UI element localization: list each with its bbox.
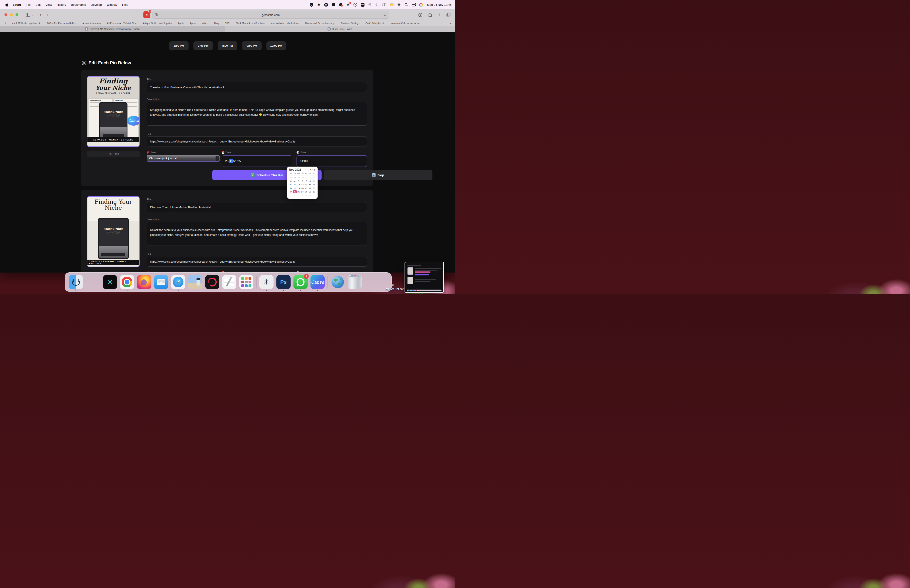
bookmark-item[interactable]: Apple (178, 22, 184, 24)
calendar-next-icon[interactable]: ▶ (315, 169, 316, 171)
calendar-day[interactable]: 19 (297, 187, 301, 190)
menu-view[interactable]: View (43, 3, 55, 6)
calendar-day[interactable]: 17 (289, 187, 293, 190)
tidal-icon[interactable]: ❖8 (346, 3, 350, 7)
calendar-day[interactable]: 21 (304, 187, 308, 190)
date-input[interactable]: 25/11/2025 (222, 155, 292, 167)
calendar-day-muted[interactable]: 30 (301, 176, 304, 179)
calendar-day[interactable]: 3 (289, 179, 293, 183)
dock-icon-trash[interactable] (348, 275, 362, 289)
calendar-day[interactable]: 15 (308, 183, 312, 186)
dock-icon-globe[interactable] (331, 275, 345, 289)
calendar-day[interactable]: 14 (304, 183, 308, 186)
keys-icon[interactable] (331, 3, 336, 7)
menu-clock[interactable]: Mon 24 Nov 18:45 (427, 3, 451, 6)
title-input[interactable]: Transform Your Business Vision with This… (147, 82, 367, 92)
menu-edit[interactable]: Edit (33, 3, 43, 6)
calendar-day-muted[interactable]: 29 (297, 176, 301, 179)
bookmark-item[interactable]: Account summary (82, 22, 101, 24)
dock-icon-photoshop[interactable]: Ps (276, 275, 291, 289)
bookmark-item[interactable]: Black Mirror A...e - Furniture (236, 22, 265, 24)
calendar-day[interactable]: 18 (293, 187, 297, 190)
sidebar-toggle-icon[interactable] (26, 13, 30, 16)
downloads-icon[interactable] (418, 13, 422, 17)
pixelmator-icon[interactable]: Px (360, 3, 365, 7)
bookmark-item[interactable]: Blouse and Dr... online shop. (305, 22, 335, 24)
calendar-day[interactable]: 30 (312, 190, 316, 193)
title-input[interactable]: Discover Your Unique Market Position Ins… (147, 202, 367, 212)
bookmark-item[interactable]: - K & M Whole...uppliers Ltd (12, 22, 41, 24)
menu-develop[interactable]: Develop (88, 3, 104, 6)
minimize-window-button[interactable] (10, 13, 13, 16)
time-slot-button[interactable]: 10:00 PM (267, 41, 286, 50)
menu-file[interactable]: File (23, 3, 33, 6)
calendar-day-muted[interactable]: 27 (289, 176, 293, 179)
calendar-day[interactable]: 12 (297, 183, 301, 186)
pin2-thumbnail[interactable]: Finding Your Niche FINDING YOUR Niche 13… (87, 196, 140, 267)
calendar-day[interactable]: 13 (301, 183, 304, 186)
time-slot-button[interactable]: 9:00 PM (242, 41, 262, 50)
extension-icon[interactable]: e 1 (144, 11, 150, 18)
share-icon[interactable] (428, 13, 432, 17)
dock-icon-safari[interactable] (171, 275, 185, 289)
dock-icon-textedit[interactable] (222, 275, 236, 289)
calendar-day[interactable]: 16 (312, 183, 316, 186)
calendar-day[interactable]: 5 (297, 179, 301, 183)
play-icon[interactable] (353, 3, 357, 7)
dock-icon-mail[interactable] (154, 275, 168, 289)
calendar-day-muted[interactable]: 2 (293, 194, 297, 197)
reader-view-icon[interactable] (155, 13, 158, 16)
calendar-day[interactable]: 10 (289, 183, 293, 186)
calendar-day[interactable]: 26 (297, 190, 301, 193)
time-input[interactable]: 14:00 (297, 155, 367, 167)
calendar-day[interactable]: 23 (312, 187, 316, 190)
calendar-day[interactable]: 28 (304, 190, 308, 193)
calendar-day-selected[interactable]: 25 (293, 190, 297, 193)
favorites-grid-icon[interactable] (3, 22, 6, 24)
bookmarks-overflow-chevron[interactable]: » (450, 22, 451, 25)
battery-icon[interactable] (390, 3, 394, 7)
reload-icon[interactable] (383, 13, 386, 16)
bookmark-item[interactable]: Business Settings (341, 22, 359, 24)
address-bar[interactable]: getpostia.com (152, 11, 389, 19)
bookmark-item[interactable]: Your Website ...site Insiders (271, 22, 299, 24)
pin1-thumbnail[interactable]: Finding Your Niche CANVA TEMPLATE - 13 P… (87, 76, 140, 147)
time-slot-button[interactable]: 8:00 PM (218, 41, 237, 50)
calendar-day[interactable]: 8 (308, 179, 312, 183)
skip-button[interactable]: » Skip (324, 170, 432, 180)
tab-overview-icon[interactable] (446, 13, 451, 17)
bookmark-item[interactable]: Antique Gold ...sale Supplier (142, 22, 172, 24)
calendar-day[interactable]: 2 (312, 176, 316, 179)
calendar-day[interactable]: 1 (308, 176, 312, 179)
apple-menu[interactable] (3, 3, 10, 6)
calendar-day-muted[interactable]: 7 (312, 194, 316, 197)
link-input[interactable]: https://www.etsy.com/shop/myyviralvault/… (147, 257, 367, 267)
m-logo-icon[interactable]: M (324, 3, 328, 7)
display-icon[interactable] (382, 3, 386, 7)
menu-help[interactable]: Help (120, 3, 131, 6)
calendar-day-muted[interactable]: 1 (289, 194, 293, 197)
desktop-file-label[interactable]: 2025-01...21.36.14 (386, 288, 406, 291)
dock-icon-chatgpt[interactable]: ✳ (259, 275, 273, 289)
description-textarea[interactable]: Struggling to find your niche? The Entre… (147, 102, 367, 126)
bookmark-item[interactable]: Yahoo (202, 22, 209, 24)
new-tab-icon[interactable]: + (438, 12, 441, 18)
calendar-day-muted[interactable]: 3 (297, 194, 301, 197)
calendar-day[interactable]: 7 (304, 179, 308, 183)
dock-icon-cyan3d[interactable]: ✳ (103, 275, 117, 289)
dock-icon-tiles[interactable] (239, 275, 254, 289)
calendar-day-muted[interactable]: 6 (308, 194, 312, 197)
board-select[interactable]: Christmas junk journal ▲▼ (147, 155, 220, 162)
dock-icon-redring[interactable] (205, 275, 219, 289)
exit-door-icon[interactable] (368, 3, 372, 7)
bookmark-item[interactable]: 200ml Pet Pla...ars with Lids (47, 22, 76, 24)
calendar-day-muted[interactable]: 31 (304, 176, 308, 179)
spotlight-search-icon[interactable] (404, 3, 409, 7)
control-center-icon[interactable] (412, 3, 416, 7)
description-textarea[interactable]: Unlock the secrets to your business succ… (147, 222, 367, 246)
calendar-day-muted[interactable]: 28 (293, 176, 297, 179)
zoom-window-button[interactable] (16, 13, 18, 16)
calendar-day[interactable]: 11 (293, 183, 297, 186)
desktop-file-label[interactable]: Scr (390, 284, 394, 286)
bookmark-item[interactable]: All Purpose A... Twist & Glue (107, 22, 136, 24)
